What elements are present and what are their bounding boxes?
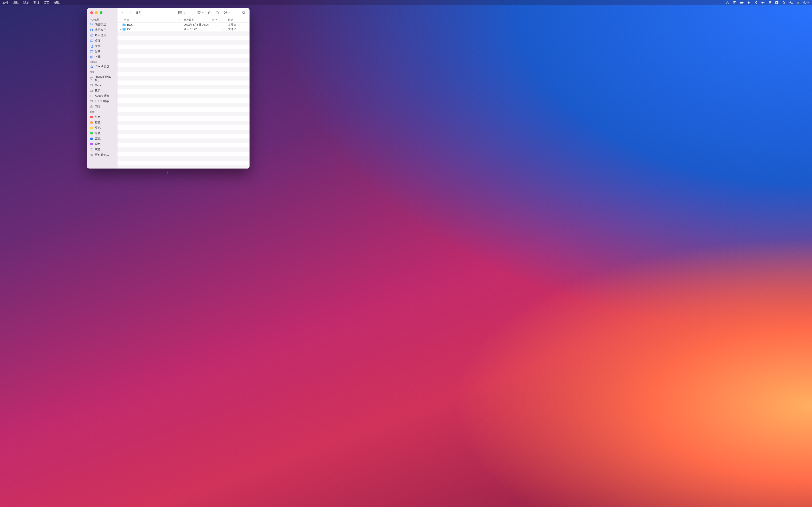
spotlight-icon[interactable] — [782, 1, 786, 4]
disk-icon — [90, 100, 93, 103]
svg-point-36 — [178, 12, 179, 13]
disclosure-triangle-icon[interactable]: ▸ — [119, 24, 122, 26]
menu-前往[interactable]: 前往 — [33, 0, 40, 5]
bluetooth-icon[interactable] — [754, 1, 758, 4]
sidebar-item-最近使用[interactable]: 最近使用 — [87, 33, 117, 38]
empty-row — [117, 49, 250, 54]
sidebar-item-隔空投送[interactable]: 隔空投送 — [87, 22, 117, 27]
column-header: 名称⌃ 修改日期 大小 种类 — [117, 17, 250, 22]
sidebar-item-Adobe 缓存[interactable]: Adobe 缓存 — [87, 93, 117, 99]
sidebar-item-应用程序[interactable]: 应用程序 — [87, 27, 117, 33]
user-icon[interactable] — [796, 1, 800, 4]
sidebar-section-个人收藏: 个人收藏 — [87, 17, 117, 22]
sidebar-item-label: 红色 — [95, 115, 101, 119]
file-row[interactable]: ▸BOOT2022年3月8日 06:06--文件夹 — [117, 22, 250, 27]
tag-dot-icon — [90, 121, 93, 124]
sidebar-item-label: 隔空投送 — [95, 22, 106, 26]
sidebar-item-所有标签…[interactable]: 所有标签… — [87, 152, 117, 158]
empty-row — [117, 98, 250, 103]
sidebar-item-集群[interactable]: 集群 — [87, 88, 117, 93]
control-center-icon[interactable] — [789, 1, 793, 4]
tag-dot-icon — [90, 132, 93, 134]
menu-窗口[interactable]: 窗口 — [44, 0, 50, 5]
svg-text:中: 中 — [734, 2, 735, 3]
sidebar-item-ligang的iMac Pro[interactable]: ligang的iMac Pro — [87, 74, 117, 83]
svg-point-50 — [243, 11, 245, 13]
sidebar: 个人收藏隔空投送应用程序最近使用桌面文稿影片下载iCloudiCloud 云盘位… — [87, 8, 117, 169]
sidebar-item-label: 灰色 — [95, 148, 101, 151]
column-size[interactable]: 大小 — [212, 18, 228, 21]
recent-icon — [90, 34, 93, 37]
app-s-icon[interactable]: S — [775, 1, 779, 4]
svg-rect-42 — [199, 13, 200, 14]
sidebar-item-label: 黄色 — [95, 126, 101, 130]
sidebar-item-Data[interactable]: Data — [87, 83, 117, 88]
traffic-lights — [90, 11, 102, 14]
svg-rect-43 — [200, 13, 201, 14]
sidebar-item-文稿[interactable]: 文稿 — [87, 44, 117, 49]
svg-point-25 — [92, 85, 92, 86]
sidebar-item-iCloud 云盘[interactable]: iCloud 云盘 — [87, 64, 117, 69]
file-row[interactable]: ▸OC今天 10:42--文件夹 — [117, 27, 250, 32]
svg-point-14 — [91, 24, 92, 25]
zoom-button[interactable] — [100, 11, 102, 14]
tag-dot-icon — [90, 137, 93, 140]
menu-显示[interactable]: 显示 — [23, 0, 29, 5]
battery-icon[interactable] — [740, 1, 744, 4]
menu-帮助[interactable]: 帮助 — [54, 0, 60, 5]
sidebar-item-黄色[interactable]: 黄色 — [87, 125, 117, 130]
disclosure-triangle-icon[interactable]: ▸ — [119, 28, 122, 31]
sidebar-item-桌面[interactable]: 桌面 — [87, 38, 117, 44]
safari-icon[interactable] — [726, 1, 729, 4]
column-name[interactable]: 名称⌃ — [124, 18, 184, 21]
sidebar-item-蓝色[interactable]: 蓝色 — [87, 136, 117, 141]
tag-button[interactable] — [215, 10, 220, 15]
movie-icon — [90, 50, 93, 53]
search-button[interactable] — [241, 10, 247, 15]
action-button[interactable] — [223, 10, 231, 15]
empty-row — [117, 129, 250, 134]
back-button[interactable] — [120, 10, 125, 15]
wifi-icon[interactable] — [768, 1, 772, 4]
sidebar-item-label: ligang的iMac Pro — [95, 75, 114, 82]
input-method-icon[interactable]: 中 — [733, 1, 737, 4]
sidebar-item-FCPX 缓存[interactable]: FCPX 缓存 — [87, 99, 117, 104]
sidebar-item-紫色[interactable]: 紫色 — [87, 141, 117, 147]
sidebar-item-绿色[interactable]: 绿色 — [87, 130, 117, 136]
menu-编辑[interactable]: 编辑 — [13, 0, 19, 5]
all-tags-icon — [90, 153, 93, 157]
volume-icon[interactable] — [761, 1, 765, 4]
share-button[interactable] — [207, 10, 212, 15]
empty-row — [117, 76, 250, 80]
sidebar-item-灰色[interactable]: 灰色 — [87, 147, 117, 152]
tag-dot-icon — [90, 127, 93, 129]
sidebar-item-网络[interactable]: 网络 — [87, 104, 117, 109]
group-button[interactable] — [196, 10, 205, 15]
sidebar-item-下载[interactable]: 下载 — [87, 54, 117, 60]
sidebar-item-红色[interactable]: 红色 — [87, 114, 117, 120]
sidebar-item-影片[interactable]: 影片 — [87, 49, 117, 54]
svg-rect-23 — [90, 77, 93, 79]
column-date[interactable]: 修改日期 — [184, 18, 212, 21]
sidebar-item-橙色[interactable]: 橙色 — [87, 120, 117, 125]
cloud-icon — [90, 65, 93, 68]
empty-row — [117, 107, 250, 112]
sidebar-item-label: 橙色 — [95, 120, 101, 124]
cursor-icon: ⇧ — [166, 171, 169, 174]
forward-button[interactable] — [128, 10, 133, 15]
svg-point-37 — [178, 13, 179, 14]
close-button[interactable] — [90, 11, 93, 14]
sidebar-item-label: 下载 — [95, 55, 101, 59]
menubar-date[interactable]: 4月4 — [803, 0, 810, 5]
column-kind[interactable]: 种类 — [228, 18, 250, 21]
svg-rect-18 — [92, 30, 93, 31]
view-mode-button[interactable] — [177, 10, 186, 15]
qq-icon[interactable] — [747, 1, 751, 4]
menu-文件[interactable]: 文件 — [2, 0, 8, 5]
file-name: BOOT — [127, 23, 184, 26]
svg-point-7 — [770, 3, 770, 4]
svg-rect-12 — [791, 3, 793, 3]
empty-row — [117, 40, 250, 45]
svg-point-45 — [217, 12, 217, 12]
minimize-button[interactable] — [95, 11, 98, 14]
